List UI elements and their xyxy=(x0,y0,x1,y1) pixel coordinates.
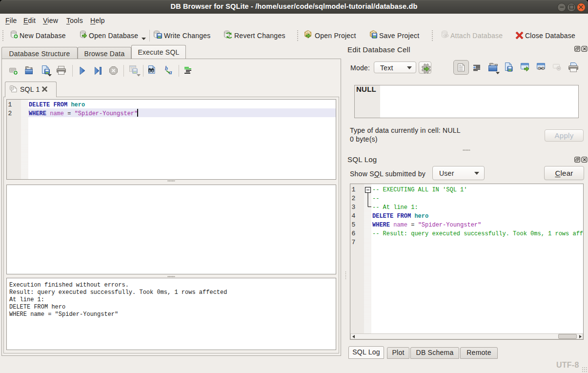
svg-text:a: a xyxy=(169,68,172,76)
